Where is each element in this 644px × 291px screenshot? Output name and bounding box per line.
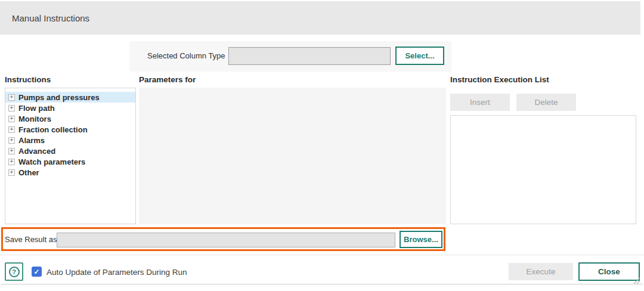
resize-grip-icon[interactable] [631, 277, 640, 284]
column-type-label: Selected Column Type [147, 51, 225, 60]
tree-item-label: Fraction collection [18, 125, 88, 134]
tree-item[interactable]: +Flow path [5, 103, 135, 113]
select-column-button[interactable]: Select... [395, 47, 444, 65]
tree-item[interactable]: +Alarms [5, 135, 135, 146]
dialog-titlebar: Manual Instructions [0, 1, 640, 35]
tree-item[interactable]: +Fraction collection [5, 124, 135, 135]
tree-item[interactable]: +Pumps and pressures [5, 92, 135, 103]
tree-item-label: Alarms [18, 136, 45, 145]
expand-plus-icon[interactable]: + [8, 137, 15, 144]
column-type-field[interactable] [228, 47, 391, 65]
tree-item-label: Advanced [18, 147, 55, 156]
delete-button[interactable]: Delete [516, 94, 576, 111]
parameters-panel [139, 88, 446, 224]
expand-plus-icon[interactable]: + [8, 105, 15, 112]
expand-plus-icon[interactable]: + [8, 169, 15, 176]
expand-plus-icon[interactable]: + [8, 159, 15, 165]
tree-item[interactable]: +Watch parameters [5, 156, 135, 167]
auto-update-label: Auto Update of Parameters During Run [47, 268, 187, 277]
tree-item-label: Monitors [18, 114, 51, 123]
instructions-header: Instructions [5, 75, 51, 84]
instructions-tree[interactable]: +Pumps and pressures+Flow path+Monitors+… [5, 88, 136, 224]
dialog-title: Manual Instructions [12, 13, 89, 23]
execute-button[interactable]: Execute [509, 263, 573, 280]
expand-plus-icon[interactable]: + [8, 148, 15, 154]
manual-instructions-dialog: Manual Instructions Selected Column Type… [0, 0, 644, 291]
expand-plus-icon[interactable]: + [8, 126, 15, 133]
tree-item[interactable]: +Advanced [5, 146, 135, 156]
tree-item-label: Pumps and pressures [18, 93, 100, 102]
expand-plus-icon[interactable]: + [8, 116, 15, 122]
help-question-icon: ? [9, 267, 20, 277]
save-result-field[interactable] [57, 233, 395, 247]
checkbox-check-icon: ✓ [33, 268, 39, 276]
column-type-panel: Selected Column Type Select... [129, 41, 451, 72]
expand-plus-icon[interactable]: + [8, 94, 15, 101]
footer-divider [0, 255, 644, 255]
save-result-label: Save Result as [5, 235, 57, 244]
help-button[interactable]: ? [5, 262, 23, 281]
browse-button[interactable]: Browse... [400, 231, 442, 248]
tree-item[interactable]: +Other [5, 167, 135, 178]
parameters-for-header: Parameters for [139, 75, 196, 84]
execution-list-header: Instruction Execution List [450, 75, 549, 84]
close-button[interactable]: Close [578, 262, 640, 281]
window-bottom-edge [1, 284, 643, 284]
insert-button[interactable]: Insert [450, 94, 510, 111]
auto-update-checkbox[interactable]: ✓ [32, 267, 42, 277]
tree-item-label: Other [18, 168, 39, 177]
execution-listbox[interactable] [450, 115, 636, 224]
tree-item[interactable]: +Monitors [5, 113, 135, 124]
tree-item-label: Watch parameters [18, 157, 85, 166]
tree-item-label: Flow path [18, 104, 55, 113]
